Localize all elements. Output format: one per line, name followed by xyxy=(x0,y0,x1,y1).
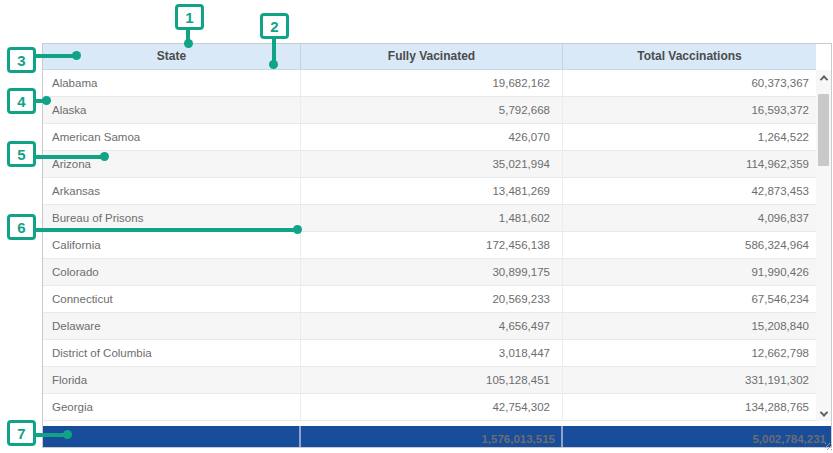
total-vaccinations-cell: 134,288,765 xyxy=(563,394,831,420)
summary-row: 1,576,013,515 5,002,784,231 xyxy=(43,426,831,447)
table-row[interactable]: District of Columbia3,018,44712,662,798 xyxy=(43,340,831,367)
table-row[interactable]: Delaware4,656,49715,208,840 xyxy=(43,313,831,340)
state-cell: American Samoa xyxy=(43,124,301,150)
fully-vaccinated-cell: 13,481,269 xyxy=(301,178,563,204)
annotation-4-dot xyxy=(42,96,51,105)
state-cell: Alaska xyxy=(43,97,301,123)
annotation-5-connector xyxy=(34,155,105,159)
table-row[interactable]: Georgia42,754,302134,288,765 xyxy=(43,394,831,421)
total-vaccinations-cell: 15,208,840 xyxy=(563,313,831,339)
scroll-up-button[interactable] xyxy=(816,70,831,85)
annotation-6-box: 6 xyxy=(7,214,36,240)
state-cell: Florida xyxy=(43,367,301,393)
fully-vaccinated-cell: 19,682,162 xyxy=(301,70,563,96)
column-header-total-vaccinations[interactable]: Total Vaccinations xyxy=(563,44,816,69)
summary-state-cell xyxy=(43,426,301,447)
scroll-down-button[interactable] xyxy=(816,406,831,421)
total-vaccinations-cell: 331,191,302 xyxy=(563,367,831,393)
summary-fully-vaccinated-cell: 1,576,013,515 xyxy=(301,426,563,447)
annotation-5-box: 5 xyxy=(7,141,36,167)
chevron-down-icon xyxy=(819,408,827,416)
state-cell: Georgia xyxy=(43,394,301,420)
fully-vaccinated-cell: 3,018,447 xyxy=(301,340,563,366)
table-row[interactable]: American Samoa426,0701,264,522 xyxy=(43,124,831,151)
annotation-3-dot xyxy=(72,51,81,60)
fully-vaccinated-cell: 172,456,138 xyxy=(301,232,563,258)
fully-vaccinated-cell: 426,070 xyxy=(301,124,563,150)
annotation-1-dot xyxy=(184,39,193,48)
annotation-4-box: 4 xyxy=(7,88,36,114)
table-row[interactable]: Arkansas13,481,26942,873,453 xyxy=(43,178,831,205)
annotation-7-box: 7 xyxy=(7,420,36,446)
total-vaccinations-cell: 67,546,234 xyxy=(563,286,831,312)
total-vaccinations-cell: 91,990,426 xyxy=(563,259,831,285)
fully-vaccinated-cell: 35,021,994 xyxy=(301,151,563,177)
resize-grip-icon xyxy=(825,443,832,450)
fully-vaccinated-cell: 5,792,668 xyxy=(301,97,563,123)
state-cell: Arkansas xyxy=(43,178,301,204)
annotation-5-dot xyxy=(100,152,109,161)
fully-vaccinated-cell: 42,754,302 xyxy=(301,394,563,420)
vertical-scrollbar[interactable] xyxy=(816,70,831,421)
table-row[interactable]: Connecticut20,569,23367,546,234 xyxy=(43,286,831,313)
total-vaccinations-cell: 60,373,367 xyxy=(563,70,831,96)
total-vaccinations-cell: 42,873,453 xyxy=(563,178,831,204)
table-row[interactable]: California172,456,138586,324,964 xyxy=(43,232,831,259)
state-cell: District of Columbia xyxy=(43,340,301,366)
state-cell: Colorado xyxy=(43,259,301,285)
state-cell: Alabama xyxy=(43,70,301,96)
annotation-6-dot xyxy=(293,225,302,234)
total-vaccinations-cell: 12,662,798 xyxy=(563,340,831,366)
annotation-1-box: 1 xyxy=(175,4,204,30)
state-cell: Delaware xyxy=(43,313,301,339)
attribute-table-screenshot: State Fully Vacinated Total Vaccinations… xyxy=(0,0,833,453)
fully-vaccinated-cell: 105,128,451 xyxy=(301,367,563,393)
table-row[interactable]: Arizona35,021,994114,962,359 xyxy=(43,151,831,178)
annotation-2-box: 2 xyxy=(260,13,289,39)
fully-vaccinated-cell: 20,569,233 xyxy=(301,286,563,312)
fully-vaccinated-cell: 4,656,497 xyxy=(301,313,563,339)
total-vaccinations-cell: 4,096,837 xyxy=(563,205,831,231)
table-body: Alabama19,682,16260,373,367Alaska5,792,6… xyxy=(43,70,831,421)
scrollbar-thumb[interactable] xyxy=(818,94,829,166)
table-row[interactable]: Alaska5,792,66816,593,372 xyxy=(43,97,831,124)
fully-vaccinated-cell: 30,899,175 xyxy=(301,259,563,285)
total-vaccinations-cell: 586,324,964 xyxy=(563,232,831,258)
table-row[interactable]: Florida105,128,451331,191,302 xyxy=(43,367,831,394)
state-cell: Connecticut xyxy=(43,286,301,312)
total-vaccinations-cell: 16,593,372 xyxy=(563,97,831,123)
column-header-fully-vaccinated[interactable]: Fully Vacinated xyxy=(301,44,563,69)
chevron-up-icon xyxy=(819,75,827,83)
attribute-table: State Fully Vacinated Total Vaccinations… xyxy=(42,43,832,448)
table-header-row: State Fully Vacinated Total Vaccinations xyxy=(43,44,816,70)
annotation-3-box: 3 xyxy=(7,47,36,73)
column-header-state[interactable]: State xyxy=(43,44,301,69)
summary-total-vaccinations-cell: 5,002,784,231 xyxy=(563,426,831,447)
total-vaccinations-cell: 114,962,359 xyxy=(563,151,831,177)
table-row[interactable]: Alabama19,682,16260,373,367 xyxy=(43,70,831,97)
annotation-6-connector xyxy=(34,228,298,232)
annotation-3-connector xyxy=(34,54,77,58)
fully-vaccinated-cell: 1,481,602 xyxy=(301,205,563,231)
annotation-7-dot xyxy=(63,430,72,439)
state-cell: California xyxy=(43,232,301,258)
table-row[interactable]: Colorado30,899,17591,990,426 xyxy=(43,259,831,286)
annotation-2-dot xyxy=(269,60,278,69)
total-vaccinations-cell: 1,264,522 xyxy=(563,124,831,150)
